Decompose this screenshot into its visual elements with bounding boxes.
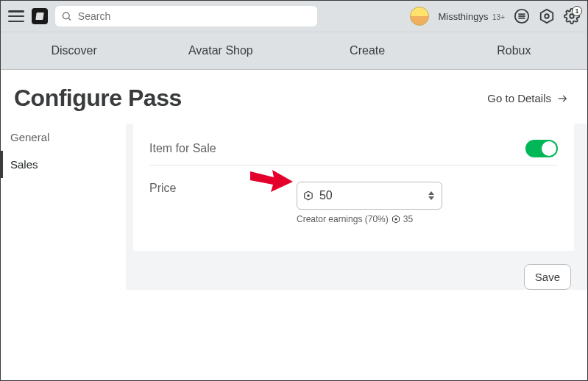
svg-line-1 [68,18,71,21]
nav-robux[interactable]: Robux [441,44,587,57]
age-tag: 13+ [492,13,505,21]
search-icon [61,10,72,22]
save-button[interactable]: Save [524,264,571,290]
price-input-wrapper[interactable] [297,182,442,210]
price-row: Price Creator earnings (70%) 35 [149,165,558,232]
go-to-details-link[interactable]: Go to Details [487,92,569,104]
item-for-sale-row: Item for Sale [149,132,558,165]
menu-icon[interactable] [8,10,24,22]
actions-row: Save [126,251,587,290]
robux-currency-icon [392,215,400,224]
username[interactable]: Missthingys 13+ [438,11,505,22]
messages-icon[interactable] [514,8,530,24]
svg-marker-6 [541,10,553,23]
creator-earnings: Creator earnings (70%) 35 [297,214,442,224]
arrow-right-icon [556,93,569,104]
nav-discover[interactable]: Discover [1,44,147,57]
price-input[interactable] [318,188,436,203]
page-header: Configure Pass Go to Details [1,70,587,124]
app-frame: Missthingys 13+ 1 Discover Avatar Shop C… [0,0,588,381]
creator-earnings-value: 35 [403,214,413,224]
item-for-sale-toggle[interactable] [525,140,558,157]
avatar[interactable] [410,7,429,26]
robux-icon[interactable] [539,8,555,24]
topbar: Missthingys 13+ 1 [1,1,587,32]
stepper-up-icon[interactable] [428,191,434,195]
body-columns: General Sales Item for Sale Price [1,124,587,290]
svg-point-13 [394,218,397,221]
search-input[interactable] [77,10,311,23]
robux-currency-icon [303,190,314,202]
content-column: Item for Sale Price Creator earnings (70… [126,124,587,290]
svg-point-7 [545,14,549,18]
svg-point-0 [63,13,69,19]
svg-point-11 [307,194,309,196]
item-for-sale-label: Item for Sale [149,142,297,155]
price-label: Price [149,182,297,195]
sidebar-item-general[interactable]: General [1,124,126,151]
price-stepper[interactable] [428,186,437,205]
search-box[interactable] [55,6,317,26]
roblox-logo[interactable] [32,8,48,24]
sidebar: General Sales [1,124,126,290]
primary-nav: Discover Avatar Shop Create Robux [1,32,587,70]
sidebar-item-sales[interactable]: Sales [1,151,126,178]
topbar-right: Missthingys 13+ 1 [410,7,580,26]
notification-badge: 1 [572,6,582,16]
nav-avatar-shop[interactable]: Avatar Shop [147,44,294,57]
page-title: Configure Pass [14,85,182,112]
stepper-down-icon[interactable] [428,196,434,200]
sales-card: Item for Sale Price Creator earnings (70… [133,124,574,251]
nav-create[interactable]: Create [294,44,441,57]
settings-icon[interactable]: 1 [564,8,580,24]
